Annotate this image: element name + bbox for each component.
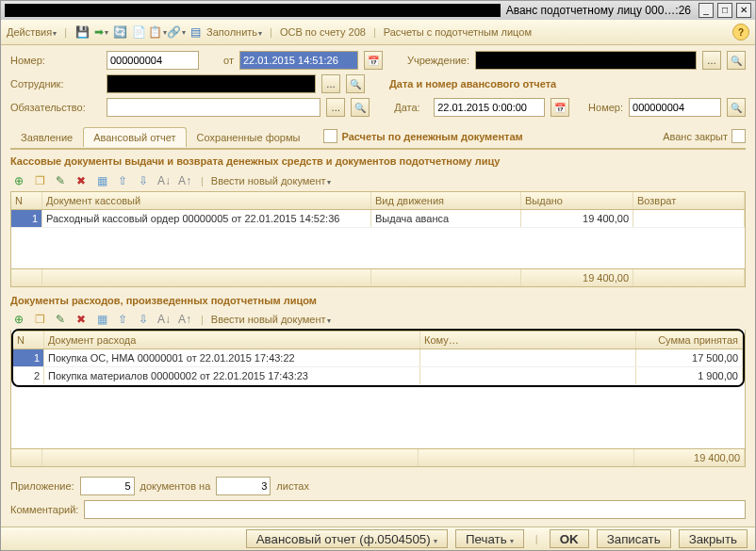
edit-icon[interactable]: ✎ [52,172,69,189]
cash-docs-toolbar: ⊕ ❐ ✎ ✖ ▦ ⇧ ⇩ A↓ A↑ | Ввести новый докум… [10,170,746,191]
col-doc[interactable]: Документ кассовый [42,192,371,209]
col-ret[interactable]: Возврат [633,192,745,209]
report-number-search-button[interactable]: 🔍 [727,98,746,117]
obligation-select-button[interactable]: … [326,98,345,117]
add-icon[interactable]: ⊕ [10,311,27,328]
cash-total-out: 19 400,00 [521,269,633,286]
obligation-search-button[interactable]: 🔍 [351,98,370,117]
datetime-input[interactable] [239,51,358,70]
refresh-icon[interactable]: 🔄 [112,24,127,40]
report-date-label: Дата: [394,102,428,113]
col-move[interactable]: Вид движения [371,192,521,209]
delete-icon[interactable]: ✖ [73,172,90,189]
ok-button[interactable]: OK [550,529,589,548]
list-icon[interactable]: ▤ [188,24,203,40]
print-button[interactable]: Печать [455,529,524,548]
col-sum[interactable]: Сумма принятая [636,332,743,348]
employee-value-redacted[interactable] [107,74,316,93]
help-icon[interactable]: ? [732,24,749,41]
expense-docs-toolbar: ⊕ ❐ ✎ ✖ ▦ ⇧ ⇩ A↓ A↑ | Ввести новый докум… [10,310,746,331]
move-up-icon[interactable]: ⇧ [114,172,131,189]
expense-total: 19 400,00 [634,449,745,466]
form-button[interactable]: Авансовый отчет (ф.0504505) [246,529,448,548]
institution-value-redacted[interactable] [475,51,697,70]
fill-menu[interactable]: Заполнить [206,26,262,38]
money-docs-label: Расчеты по денежным документам [341,131,522,142]
sheets-count-input[interactable] [216,477,271,495]
institution-label: Учреждение: [407,55,469,66]
new-document-menu[interactable]: Ввести новый документ [211,175,331,186]
sort-desc-icon[interactable]: A↑ [176,311,193,328]
save-button[interactable]: Записать [597,529,671,548]
calendar-icon[interactable]: 📅 [364,51,383,70]
advance-closed-label: Аванс закрыт [663,131,728,142]
move-down-icon[interactable]: ⇩ [135,311,152,328]
col-n[interactable]: N [11,192,42,209]
tabs: Заявление Авансовый отчет Сохраненные фо… [10,125,746,150]
institution-select-button[interactable]: … [702,51,721,70]
fill-icon[interactable]: ▦ [93,172,110,189]
actions-menu[interactable]: Действия [7,26,57,38]
employee-search-button[interactable]: 🔍 [346,74,365,93]
add-icon[interactable]: ⊕ [10,172,27,189]
report-date-calendar-icon[interactable]: 📅 [551,98,569,117]
tab-advance-report[interactable]: Авансовый отчет [83,127,186,147]
save-icon[interactable]: 💾 [74,24,90,40]
sort-asc-icon[interactable]: A↓ [156,172,173,189]
sort-asc-icon[interactable]: A↓ [156,311,173,328]
tab-saved-forms[interactable]: Сохраненные формы [187,127,311,147]
main-toolbar: Действия | 💾 ➡ 🔄 📄 📋 🔗 ▤ Заполнить | ОСВ… [1,20,755,45]
obligation-input[interactable] [107,98,321,117]
title-redacted [5,4,501,17]
close-button[interactable]: ✕ [736,3,751,18]
from-label: от [223,55,234,66]
new-document-menu[interactable]: Ввести новый документ [211,314,331,325]
attachment-count-input[interactable] [80,477,135,495]
col-n[interactable]: N [13,332,44,348]
institution-search-button[interactable]: 🔍 [727,51,746,70]
status-bar: Авансовый отчет (ф.0504505) Печать | OK … [1,527,755,550]
employee-label: Сотрудник: [10,78,101,89]
expense-docs-grid: N Документ расхода Кому… Сумма принятая … [10,330,746,467]
col-whom[interactable]: Кому… [420,332,636,348]
fill-icon[interactable]: ▦ [93,311,110,328]
delete-icon[interactable]: ✖ [73,311,90,328]
window-titlebar: Аванс подотчетному лицу 000…:26 _ □ ✕ [1,1,755,20]
move-down-icon[interactable]: ⇩ [135,172,152,189]
comment-input[interactable] [84,500,746,519]
go-icon[interactable]: ➡ [93,24,108,40]
col-out[interactable]: Выдано [521,192,633,209]
template-icon[interactable]: 📋 [150,24,165,40]
employee-select-button[interactable]: … [321,74,340,93]
expense-row[interactable]: 1 Покупка ОС, НМА 00000001 от 22.01.2015… [13,349,743,367]
cash-docs-row[interactable]: 1 Расходный кассовый ордер 00000005 от 2… [11,210,745,228]
move-up-icon[interactable]: ⇧ [114,311,131,328]
number-input[interactable] [107,51,199,70]
link-icon[interactable]: 🔗 [169,24,184,40]
cash-docs-grid: N Документ кассовый Вид движения Выдано … [10,191,746,287]
report-number-label: Номер: [588,102,623,113]
copy-icon[interactable]: ❐ [31,311,48,328]
calc-link[interactable]: Расчеты с подотчетным лицом [384,26,532,38]
report-date-input[interactable] [434,98,545,117]
money-docs-checkbox[interactable] [323,129,337,143]
copy-icon[interactable]: ❐ [31,172,48,189]
docs-on-label: документов на [140,480,211,492]
expense-row[interactable]: 2 Покупка материалов 00000002 от 22.01.2… [13,367,743,385]
report-number-input[interactable] [629,98,721,117]
cash-docs-title: Кассовые документы выдачи и возврата ден… [10,155,746,167]
osv-link[interactable]: ОСВ по счету 208 [280,26,366,38]
attachment-label: Приложение: [10,480,74,492]
col-doc[interactable]: Документ расхода [44,332,420,348]
tab-application[interactable]: Заявление [10,127,83,147]
close-button[interactable]: Закрыть [679,529,748,548]
edit-icon[interactable]: ✎ [52,311,69,328]
sheets-label: листах [276,480,309,492]
sort-desc-icon[interactable]: A↑ [176,172,193,189]
report-icon[interactable]: 📄 [131,24,146,40]
maximize-button[interactable]: □ [717,3,732,18]
minimize-button[interactable]: _ [698,3,714,18]
window-title: Аванс подотчетному лицу 000…:26 [506,4,691,17]
advance-closed-checkbox[interactable] [731,129,746,143]
expense-docs-title: Документы расходов, произведенных подотч… [10,295,746,306]
